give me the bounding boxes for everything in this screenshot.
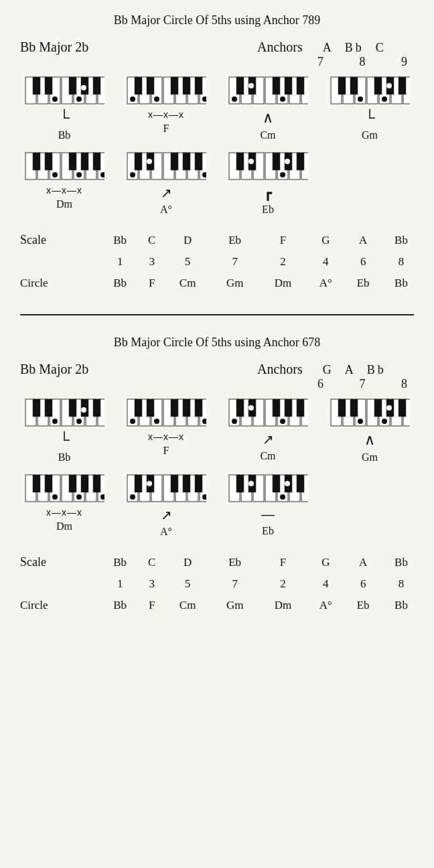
svg-rect-191 bbox=[195, 475, 202, 492]
svg-point-27 bbox=[130, 96, 135, 102]
svg-point-102 bbox=[248, 159, 254, 164]
svg-rect-67 bbox=[33, 153, 40, 170]
svg-rect-86 bbox=[195, 153, 202, 170]
svg-point-104 bbox=[285, 159, 290, 164]
svg-rect-202 bbox=[236, 475, 244, 492]
svg-point-132 bbox=[130, 419, 135, 424]
section1-chord-row2: x—x—x Dm bbox=[7, 151, 427, 216]
svg-point-147 bbox=[232, 419, 237, 424]
svg-rect-40 bbox=[285, 77, 292, 94]
svg-rect-39 bbox=[273, 77, 280, 94]
circle-row-1: Circle Bb F Cm Gm Dm A° Eb Bb bbox=[13, 273, 421, 294]
section2-title: Bb Major Circle Of 5ths using Anchor 678 bbox=[7, 336, 427, 350]
svg-rect-127 bbox=[135, 399, 142, 417]
svg-rect-187 bbox=[135, 475, 142, 492]
svg-point-119 bbox=[76, 419, 82, 424]
number-row-1: 1 3 5 7 2 4 6 8 bbox=[13, 251, 421, 273]
section-2: Bb Major Circle Of 5ths using Anchor 678… bbox=[7, 336, 427, 616]
section2-info: Bb Major 2b Anchors G A Bb 6 7 8 bbox=[7, 362, 427, 391]
svg-rect-128 bbox=[147, 399, 154, 417]
svg-point-118 bbox=[52, 419, 58, 424]
svg-point-42 bbox=[232, 96, 237, 102]
section1-title: Bb Major Circle Of 5ths using Anchor 789 bbox=[7, 13, 427, 27]
svg-rect-9 bbox=[69, 77, 76, 94]
section1-info: Bb Major 2b Anchors A Bb C 7 8 9 bbox=[7, 40, 427, 69]
svg-rect-97 bbox=[236, 153, 244, 170]
svg-point-209 bbox=[285, 481, 290, 486]
piano-gm-2 bbox=[330, 398, 410, 431]
svg-point-117 bbox=[81, 407, 86, 413]
svg-rect-174 bbox=[69, 475, 76, 492]
svg-rect-190 bbox=[183, 475, 190, 492]
svg-point-207 bbox=[248, 481, 254, 486]
svg-rect-176 bbox=[93, 475, 100, 492]
section1-chord-row1: └ Bb bbox=[7, 76, 427, 141]
scale-row-1: Scale Bb C D Eb F G A Bb bbox=[13, 229, 421, 251]
section-divider bbox=[20, 314, 414, 315]
piano-dm-2 bbox=[24, 474, 104, 507]
piano-gm-1 bbox=[330, 76, 410, 109]
svg-rect-37 bbox=[236, 77, 244, 94]
svg-point-58 bbox=[386, 83, 392, 88]
section1-left-label: Bb Major 2b bbox=[20, 40, 88, 55]
svg-rect-161 bbox=[399, 399, 406, 417]
chord-bb-2: └ Bb bbox=[24, 398, 104, 463]
svg-rect-159 bbox=[374, 399, 382, 417]
chord-eb-2: — Eb bbox=[228, 474, 308, 538]
svg-point-103 bbox=[280, 172, 285, 177]
svg-rect-82 bbox=[135, 153, 142, 170]
section2-scale-table: Scale Bb C D Eb F G A Bb 1 3 5 7 2 bbox=[7, 551, 427, 616]
svg-point-133 bbox=[154, 419, 159, 424]
svg-point-194 bbox=[147, 481, 152, 486]
chord-f-2: x—x—x F bbox=[126, 398, 206, 463]
svg-rect-41 bbox=[297, 77, 304, 94]
scale-table-1: Scale Bb C D Eb F G A Bb 1 3 5 7 2 bbox=[13, 229, 421, 294]
svg-point-72 bbox=[52, 172, 58, 177]
svg-rect-204 bbox=[273, 475, 280, 492]
svg-rect-26 bbox=[195, 77, 202, 94]
chord-dm-1: x—x—x Dm bbox=[24, 151, 104, 216]
svg-rect-142 bbox=[236, 399, 244, 417]
scale-row-2: Scale Bb C D Eb F G A Bb bbox=[13, 551, 421, 573]
piano-adim-2 bbox=[126, 474, 206, 507]
scale-table-2: Scale Bb C D Eb F G A Bb 1 3 5 7 2 bbox=[13, 551, 421, 616]
section1-anchors: Anchors A Bb C 7 8 9 bbox=[257, 40, 414, 69]
piano-eb-1 bbox=[228, 151, 308, 185]
piano-eb-2 bbox=[228, 474, 308, 507]
svg-rect-8 bbox=[45, 77, 52, 94]
svg-rect-71 bbox=[93, 153, 100, 170]
svg-rect-173 bbox=[45, 475, 52, 492]
svg-rect-11 bbox=[93, 77, 100, 94]
svg-rect-23 bbox=[147, 77, 154, 94]
piano-bb-1 bbox=[24, 76, 104, 109]
svg-rect-84 bbox=[171, 153, 178, 170]
svg-point-59 bbox=[358, 96, 363, 102]
svg-rect-145 bbox=[285, 399, 292, 417]
piano-bb-2 bbox=[24, 398, 104, 431]
svg-point-88 bbox=[130, 172, 135, 177]
circle-row-2: Circle Bb F Cm Gm Dm A° Eb Bb bbox=[13, 595, 421, 616]
svg-rect-54 bbox=[374, 77, 382, 94]
svg-rect-113 bbox=[45, 399, 52, 417]
section1-scale-table: Scale Bb C D Eb F G A Bb 1 3 5 7 2 bbox=[7, 229, 427, 294]
chord-cm-2: ↗ Cm bbox=[228, 398, 308, 463]
piano-dm-1 bbox=[24, 151, 104, 185]
section2-chord-row1: └ Bb bbox=[7, 398, 427, 463]
svg-rect-7 bbox=[33, 77, 40, 94]
svg-rect-70 bbox=[81, 153, 88, 170]
svg-rect-175 bbox=[81, 475, 88, 492]
chord-dm-2: x—x—x Dm bbox=[24, 474, 104, 538]
svg-rect-112 bbox=[33, 399, 40, 417]
svg-rect-24 bbox=[171, 77, 178, 94]
chord-bb-1: └ Bb bbox=[24, 76, 104, 141]
chord-adim-1: ↗ A° bbox=[126, 151, 206, 216]
svg-rect-144 bbox=[273, 399, 280, 417]
svg-point-89 bbox=[147, 159, 152, 164]
piano-cm-2 bbox=[228, 398, 308, 431]
svg-rect-116 bbox=[93, 399, 100, 417]
section2-chord-row2: x—x—x Dm bbox=[7, 474, 427, 538]
svg-point-43 bbox=[248, 83, 254, 88]
svg-point-164 bbox=[358, 419, 363, 424]
svg-rect-129 bbox=[171, 399, 178, 417]
svg-rect-157 bbox=[338, 399, 346, 417]
